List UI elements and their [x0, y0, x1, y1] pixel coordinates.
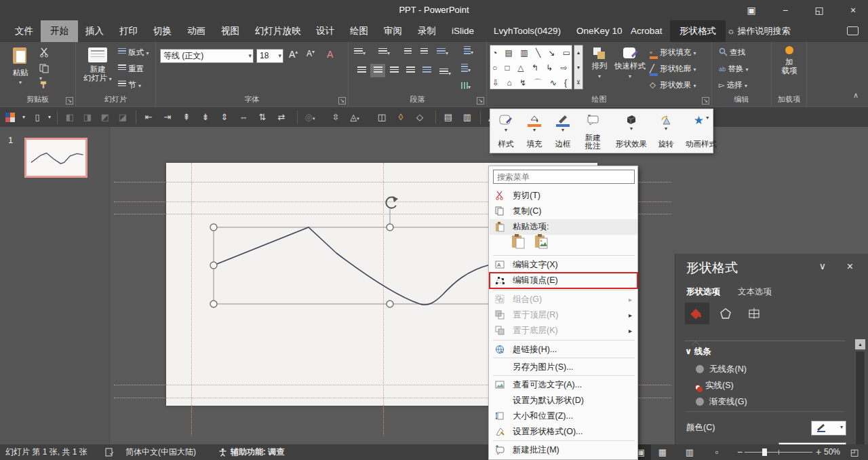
tab-draw[interactable]: 绘图 — [340, 20, 378, 42]
qat-bring-to-front[interactable]: ◩ — [98, 110, 113, 125]
effects-category-button[interactable] — [713, 303, 738, 324]
tab-transitions[interactable]: 切换 — [144, 20, 181, 42]
close-button[interactable]: × — [838, 0, 868, 20]
panel-options-button[interactable]: ∨ — [819, 261, 826, 271]
shape-effects-button[interactable]: ◇ 形状效果 ▾ — [650, 80, 696, 90]
fill-line-category-button[interactable] — [685, 303, 709, 324]
animation-style-button[interactable]: ★ ▾ 动画样式 — [680, 111, 722, 151]
section-button[interactable]: 节 ▾ — [118, 80, 141, 90]
menu-item-copy[interactable]: 复制(C) — [490, 204, 637, 219]
shrink-font-button[interactable]: A▾ — [307, 49, 315, 58]
grow-font-button[interactable]: A▴ — [289, 49, 298, 60]
align-center-button[interactable] — [370, 64, 385, 77]
fill-button[interactable]: ▾ 填充 — [520, 111, 549, 151]
shapes-gallery-scroll[interactable]: ▴ ▾ ⊻ — [574, 45, 583, 90]
addins-button[interactable]: 加 载项 — [774, 46, 804, 75]
paste-as-picture-button[interactable] — [532, 232, 550, 250]
font-dialog-launcher[interactable]: ↘ — [338, 97, 346, 104]
menu-search-input[interactable] — [493, 170, 635, 184]
outline-button[interactable]: ▾ 边框 — [549, 111, 577, 151]
scrollbar-thumb[interactable] — [856, 351, 865, 460]
copy-button[interactable]: ▾ — [39, 64, 49, 81]
style-button[interactable]: ▾ 样式 — [492, 111, 520, 151]
ribbon-display-options-button[interactable]: ▣ — [736, 0, 766, 20]
tab-insert[interactable]: 插入 — [76, 20, 113, 42]
select-button[interactable]: ▻ 选择 ▾ — [719, 80, 747, 90]
quick-styles-button[interactable]: 快速样式 ▾ — [614, 46, 646, 79]
slide-sorter-view-button[interactable]: ▦ — [652, 444, 673, 460]
drawing-dialog-launcher[interactable]: ↘ — [702, 97, 709, 104]
clipboard-dialog-launcher[interactable]: ↘ — [66, 97, 73, 104]
size-properties-category-button[interactable] — [742, 303, 766, 324]
accessibility-status[interactable]: 辅助功能: 调查 — [231, 444, 284, 460]
line-spacing-button[interactable]: ▾ — [437, 47, 452, 61]
handle-top-left[interactable] — [210, 224, 217, 231]
qat-align-center[interactable]: ⇥ — [160, 110, 175, 125]
tab-islide[interactable]: iSlide — [442, 20, 484, 42]
menu-item-new-comment[interactable]: 新建批注(M) — [490, 442, 637, 458]
panel-tab-shape-options[interactable]: 形状选项 — [686, 286, 720, 298]
shape-effects-mini-button[interactable]: ▾ 形状效果 — [611, 111, 652, 151]
align-text-button[interactable]: ▾ — [461, 64, 476, 77]
tab-shape-format[interactable]: 形状格式 — [670, 20, 726, 42]
paste-keep-formatting-button[interactable] — [509, 232, 527, 250]
decrease-indent-button[interactable] — [404, 47, 419, 61]
cut-button[interactable] — [39, 47, 50, 58]
qat-alt-text[interactable]: ▤ — [441, 110, 456, 125]
qat-duplicate[interactable]: ◫ — [374, 110, 389, 125]
bullets-button[interactable]: ▾ — [354, 47, 369, 61]
qat-distribute-v[interactable]: ⇄ — [274, 110, 289, 125]
panel-scrollbar[interactable]: ▴ ▾ — [855, 339, 865, 460]
qat-merge-shapes[interactable]: ◎▾ — [302, 110, 317, 125]
replace-button[interactable]: ab 替换 ▾ — [719, 64, 748, 74]
qat-align-top[interactable]: ⇟ — [198, 110, 213, 125]
rotate-button[interactable]: ▾ 旋转 — [652, 111, 680, 151]
zoom-slider[interactable] — [745, 452, 812, 453]
tab-file[interactable]: 文件 — [5, 20, 43, 42]
tab-lvyhtools[interactable]: LvyhTools(0429) — [484, 20, 570, 42]
smartart-button[interactable]: ▾ — [461, 81, 476, 95]
qat-align-left[interactable]: ⇤ — [141, 110, 156, 125]
font-size-combo[interactable]: 18 ▾ — [256, 49, 283, 63]
tab-print[interactable]: 打印 — [110, 20, 147, 42]
comment-icon[interactable] — [847, 26, 859, 35]
menu-item-cut[interactable]: 剪切(T) — [490, 188, 637, 204]
distribute-button[interactable] — [419, 64, 434, 77]
new-comment-button[interactable]: 新建批注 — [577, 111, 608, 151]
radio-no-line[interactable]: 无线条(N) — [696, 364, 747, 375]
text-style-caret[interactable]: ▾ — [42, 110, 57, 125]
tab-record[interactable]: 录制 — [408, 20, 446, 42]
zoom-slider-thumb[interactable] — [762, 448, 767, 456]
qat-combine-shapes[interactable]: ◬▾ — [347, 110, 362, 125]
align-right-button[interactable] — [387, 64, 401, 77]
freeform-curve[interactable] — [214, 227, 490, 305]
theme-colors-caret[interactable]: ▾ — [16, 110, 31, 125]
qat-send-to-back[interactable]: ◪ — [115, 110, 130, 125]
menu-item-save-as-picture[interactable]: 另存为图片(S)... — [490, 360, 637, 375]
arrange-button[interactable]: 排列 ▾ — [586, 46, 613, 79]
qat-resize-shape[interactable]: ⇳ — [328, 110, 343, 125]
slideshow-view-button[interactable]: ▫ — [707, 444, 727, 460]
menu-item-edit-points[interactable]: 编辑顶点(E) — [490, 273, 637, 288]
paragraph-dialog-launcher[interactable]: ↘ — [477, 97, 484, 104]
shape-outline-button[interactable]: ╱ 形状轮廓 ▾ — [650, 64, 696, 76]
language-indicator[interactable]: 简体中文(中国大陆) — [125, 444, 196, 460]
reset-button[interactable]: 重置 — [118, 64, 144, 74]
numbering-button[interactable]: ▾ — [378, 47, 393, 61]
qat-reading-order[interactable]: ▥ — [460, 110, 475, 125]
tab-slideshow[interactable]: 幻灯片放映 — [245, 20, 311, 42]
slide-thumbnail-selected[interactable] — [24, 138, 87, 178]
font-name-combo[interactable]: 等线 (正文) ▾ — [160, 49, 254, 63]
accessibility-icon[interactable] — [218, 444, 227, 460]
qat-align-bottom[interactable]: ⇔ — [236, 110, 251, 125]
menu-item-view-alt-text[interactable]: 查看可选文字(A)... — [490, 377, 637, 393]
qat-bring-forward[interactable]: ◧ — [62, 110, 77, 125]
justify-button[interactable] — [403, 64, 418, 77]
tab-animations[interactable]: 动画 — [178, 20, 215, 42]
qat-distribute-h[interactable]: ⇅ — [255, 110, 270, 125]
fit-slide-button[interactable]: ◰ — [844, 444, 865, 460]
qat-send-backward[interactable]: ◨ — [80, 110, 95, 125]
find-button[interactable]: 查找 — [719, 47, 745, 58]
line-section-header[interactable]: ∨ 线条 — [685, 346, 711, 358]
menu-item-format-shape[interactable]: 设置形状格式(O)... — [490, 424, 637, 440]
